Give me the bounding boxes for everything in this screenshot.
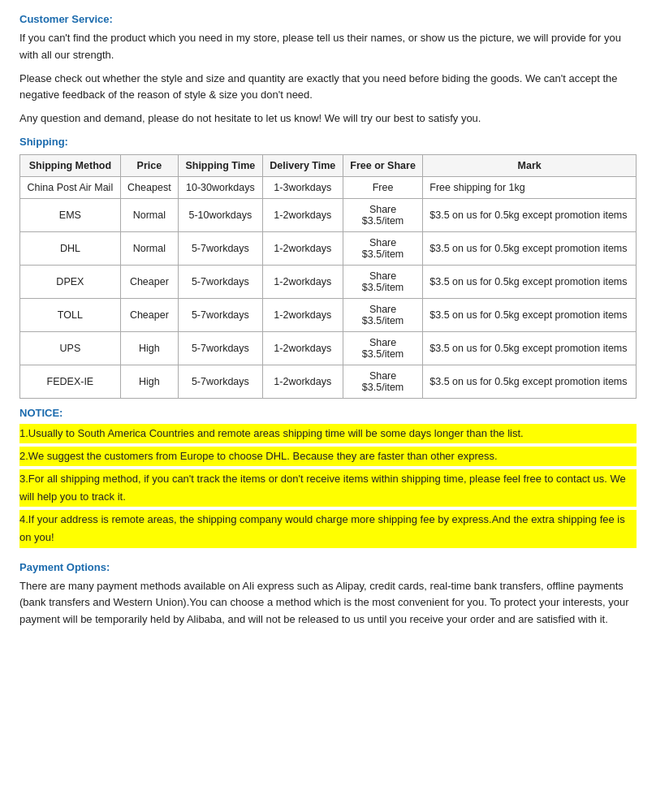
cell-price: Cheaper bbox=[120, 298, 178, 331]
notice-item: 1.Usually to South America Countries and… bbox=[19, 424, 637, 443]
cell-method: DHL bbox=[20, 231, 121, 265]
col-price: Price bbox=[120, 154, 178, 176]
cell-price: High bbox=[120, 331, 178, 365]
col-shipping-time: Shipping Time bbox=[178, 154, 262, 176]
notice-item: 2.We suggest the customers from Europe t… bbox=[19, 447, 637, 466]
cell-delivery-time: 1-2workdays bbox=[262, 298, 343, 331]
col-mark: Mark bbox=[423, 154, 637, 176]
cell-price: Cheapest bbox=[120, 176, 178, 198]
notice-item: 4.If your address is remote areas, the s… bbox=[19, 510, 637, 547]
table-row: UPS High 5-7workdays 1-2workdays Share$3… bbox=[20, 331, 637, 365]
cell-shipping-time: 5-7workdays bbox=[178, 365, 262, 398]
payment-section: Payment Options: There are many payment … bbox=[19, 561, 637, 628]
table-row: China Post Air Mail Cheapest 10-30workda… bbox=[20, 176, 637, 198]
cell-mark: $3.5 on us for 0.5kg except promotion it… bbox=[423, 198, 637, 231]
cell-free-share: Share$3.5/item bbox=[343, 231, 423, 265]
table-row: EMS Normal 5-10workdays 1-2workdays Shar… bbox=[20, 198, 637, 231]
cell-mark: $3.5 on us for 0.5kg except promotion it… bbox=[423, 231, 637, 265]
cell-method: EMS bbox=[20, 198, 121, 231]
cell-mark: $3.5 on us for 0.5kg except promotion it… bbox=[423, 298, 637, 331]
cell-free-share: Share$3.5/item bbox=[343, 198, 423, 231]
shipping-table: Shipping Method Price Shipping Time Deli… bbox=[19, 154, 637, 399]
cell-mark: $3.5 on us for 0.5kg except promotion it… bbox=[423, 365, 637, 398]
col-shipping-method: Shipping Method bbox=[20, 154, 121, 176]
cell-free-share: Share$3.5/item bbox=[343, 331, 423, 365]
cell-mark: $3.5 on us for 0.5kg except promotion it… bbox=[423, 265, 637, 298]
cell-free-share: Share$3.5/item bbox=[343, 365, 423, 398]
customer-service-title: Customer Service: bbox=[19, 13, 637, 25]
cell-mark: Free shipping for 1kg bbox=[423, 176, 637, 198]
customer-service-para2: Please check out whether the style and s… bbox=[19, 71, 637, 105]
cell-delivery-time: 1-2workdays bbox=[262, 231, 343, 265]
cell-price: Cheaper bbox=[120, 265, 178, 298]
cell-delivery-time: 1-3workdays bbox=[262, 176, 343, 198]
cell-shipping-time: 5-7workdays bbox=[178, 231, 262, 265]
cell-method: China Post Air Mail bbox=[20, 176, 121, 198]
cell-shipping-time: 10-30workdays bbox=[178, 176, 262, 198]
cell-delivery-time: 1-2workdays bbox=[262, 331, 343, 365]
cell-free-share: Share$3.5/item bbox=[343, 298, 423, 331]
col-free-share: Free or Share bbox=[343, 154, 423, 176]
notice-items: 1.Usually to South America Countries and… bbox=[19, 424, 637, 548]
cell-delivery-time: 1-2workdays bbox=[262, 198, 343, 231]
table-header-row: Shipping Method Price Shipping Time Deli… bbox=[20, 154, 637, 176]
cell-delivery-time: 1-2workdays bbox=[262, 365, 343, 398]
customer-service-para1: If you can't find the product which you … bbox=[19, 30, 637, 64]
cell-free-share: Share$3.5/item bbox=[343, 265, 423, 298]
table-row: DHL Normal 5-7workdays 1-2workdays Share… bbox=[20, 231, 637, 265]
table-row: TOLL Cheaper 5-7workdays 1-2workdays Sha… bbox=[20, 298, 637, 331]
shipping-section: Shipping: Shipping Method Price Shipping… bbox=[19, 136, 637, 399]
notice-title: NOTICE: bbox=[19, 407, 637, 419]
shipping-title: Shipping: bbox=[19, 136, 637, 148]
cell-free-share: Free bbox=[343, 176, 423, 198]
cell-method: FEDEX-IE bbox=[20, 365, 121, 398]
cell-method: UPS bbox=[20, 331, 121, 365]
payment-para1: There are many payment methods available… bbox=[19, 578, 637, 628]
cell-shipping-time: 5-7workdays bbox=[178, 298, 262, 331]
notice-item: 3.For all shipping method, if you can't … bbox=[19, 469, 637, 507]
cell-delivery-time: 1-2workdays bbox=[262, 265, 343, 298]
cell-price: Normal bbox=[120, 231, 178, 265]
cell-shipping-time: 5-7workdays bbox=[178, 265, 262, 298]
col-delivery-time: Delivery Time bbox=[262, 154, 343, 176]
cell-price: High bbox=[120, 365, 178, 398]
customer-service-para3: Any question and demand, please do not h… bbox=[19, 110, 637, 127]
table-row: DPEX Cheaper 5-7workdays 1-2workdays Sha… bbox=[20, 265, 637, 298]
cell-price: Normal bbox=[120, 198, 178, 231]
cell-shipping-time: 5-10workdays bbox=[178, 198, 262, 231]
payment-title: Payment Options: bbox=[19, 561, 637, 573]
cell-method: DPEX bbox=[20, 265, 121, 298]
cell-mark: $3.5 on us for 0.5kg except promotion it… bbox=[423, 331, 637, 365]
customer-service-section: Customer Service: If you can't find the … bbox=[19, 13, 637, 127]
cell-method: TOLL bbox=[20, 298, 121, 331]
cell-shipping-time: 5-7workdays bbox=[178, 331, 262, 365]
notice-section: NOTICE: 1.Usually to South America Count… bbox=[19, 407, 637, 548]
table-row: FEDEX-IE High 5-7workdays 1-2workdays Sh… bbox=[20, 365, 637, 398]
